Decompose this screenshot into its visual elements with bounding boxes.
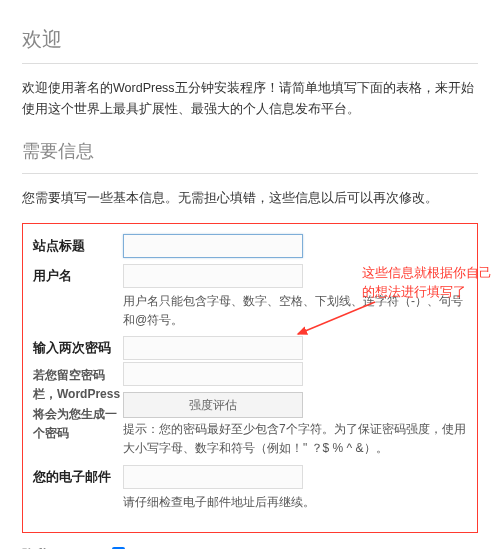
page-title: 欢迎 (22, 26, 478, 53)
email-input[interactable] (123, 465, 303, 489)
password-input-2[interactable] (123, 362, 303, 386)
password-label: 输入两次密码 (33, 336, 123, 357)
divider (22, 63, 478, 64)
email-hint: 请仔细检查电子邮件地址后再继续。 (123, 493, 467, 512)
annotation-text: 这些信息就根据你自己的想法进行填写了 (362, 264, 492, 302)
password-hint: 提示：您的密码最好至少包含7个字符。为了保证密码强度，使用大小写字母、数字和符号… (123, 420, 467, 458)
section-desc: 您需要填写一些基本信息。无需担心填错，这些信息以后可以再次修改。 (22, 188, 478, 209)
welcome-text: 欢迎使用著名的WordPress五分钟安装程序！请简单地填写下面的表格，来开始使… (22, 78, 478, 119)
username-input[interactable] (123, 264, 303, 288)
section-title: 需要信息 (22, 139, 478, 163)
site-title-label: 站点标题 (33, 234, 123, 255)
divider (22, 173, 478, 174)
email-label: 您的电子邮件 (33, 465, 123, 486)
username-label: 用户名 (33, 264, 123, 285)
password-strength-meter: 强度评估 (123, 392, 303, 418)
site-title-input[interactable] (123, 234, 303, 258)
password-input-1[interactable] (123, 336, 303, 360)
password-subnote: 若您留空密码栏，WordPress将会为您生成一个密码 (33, 362, 123, 443)
